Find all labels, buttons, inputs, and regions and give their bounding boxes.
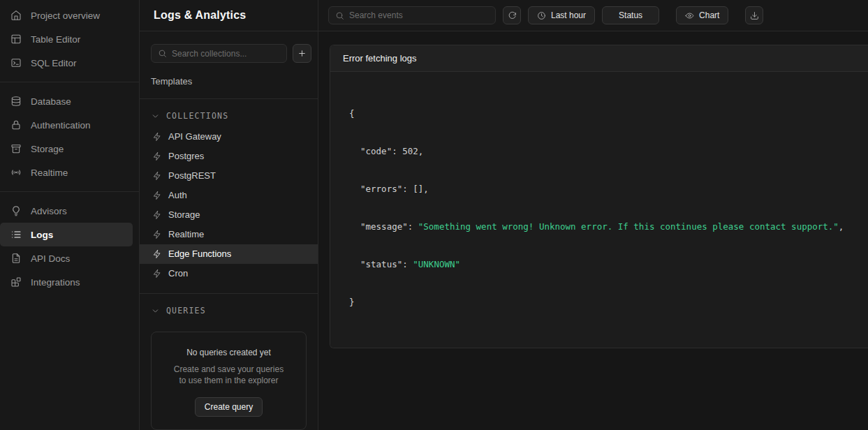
sidebar-item-integrations[interactable]: Integrations [0, 270, 139, 294]
home-icon [10, 10, 22, 21]
logs-panel-header: Logs & Analytics [140, 0, 318, 31]
sidebar-item-label: Storage [31, 144, 64, 154]
terminal-icon [10, 57, 22, 68]
zap-icon [152, 230, 162, 239]
collections-search-row [140, 31, 318, 63]
sidebar-item-label: Project overview [31, 10, 100, 21]
logs-content-area: Error fetching logs { "code": 502, "erro… [318, 31, 868, 430]
chevron-down-icon [151, 306, 160, 316]
page-title: Logs & Analytics [154, 9, 246, 22]
sidebar-item-sql-editor[interactable]: SQL Editor [0, 51, 139, 75]
collection-item-cron[interactable]: Cron [140, 264, 318, 283]
collection-label: PostgREST [168, 170, 216, 181]
sidebar-item-label: Logs [31, 230, 53, 240]
clock-icon [537, 11, 546, 20]
collection-item-postgrest[interactable]: PostgREST [140, 166, 318, 186]
collection-item-auth[interactable]: Auth [140, 186, 318, 205]
time-range-button[interactable]: Last hour [528, 6, 595, 24]
sidebar-item-realtime[interactable]: Realtime [0, 161, 139, 184]
sidebar-item-authentication[interactable]: Authentication [0, 113, 139, 137]
code-line: } [349, 296, 855, 309]
queries-heading: QUERIES [166, 306, 206, 316]
collection-item-realtime[interactable]: Realtime [140, 225, 318, 244]
sidebar-item-project-overview[interactable]: Project overview [0, 3, 139, 27]
collection-label: Postgres [168, 151, 204, 161]
chevron-down-icon [151, 112, 160, 121]
download-button[interactable] [745, 6, 763, 24]
sidebar-item-logs[interactable]: Logs [0, 223, 133, 246]
sidebar-item-database[interactable]: Database [0, 89, 139, 113]
logs-panel: Logs & Analytics Templates COLLECTIONS A… [140, 0, 318, 430]
collections-search-box[interactable] [151, 44, 287, 63]
add-collection-button[interactable] [293, 44, 311, 63]
zap-icon [152, 210, 162, 220]
error-panel: Error fetching logs { "code": 502, "erro… [330, 45, 868, 348]
sidebar-divider [0, 82, 139, 82]
sidebar-item-label: Table Editor [31, 34, 80, 45]
collection-item-storage[interactable]: Storage [140, 205, 318, 225]
templates-item[interactable]: Templates [151, 74, 307, 89]
zap-icon [152, 132, 162, 142]
search-icon [158, 49, 167, 58]
sidebar-item-api-docs[interactable]: API Docs [0, 246, 139, 270]
collections-search-input[interactable] [172, 49, 280, 59]
sidebar-item-label: SQL Editor [31, 58, 77, 68]
code-line: "code": 502, [349, 145, 855, 158]
error-panel-title: Error fetching logs [330, 45, 868, 72]
collection-label: Auth [168, 190, 187, 200]
collection-item-edge-functions[interactable]: Edge Functions [140, 244, 318, 264]
collection-label: Edge Functions [168, 249, 231, 259]
collection-label: Cron [168, 268, 188, 279]
create-query-button[interactable]: Create query [195, 397, 263, 417]
panel-divider [140, 293, 318, 294]
sidebar-item-storage[interactable]: Storage [0, 137, 139, 161]
archive-icon [10, 143, 22, 154]
events-search-box[interactable] [328, 6, 496, 24]
sidebar-item-table-editor[interactable]: Table Editor [0, 27, 139, 51]
events-search-input[interactable] [349, 10, 489, 20]
zap-icon [152, 151, 162, 161]
sidebar-item-label: API Docs [31, 253, 70, 264]
zap-icon [152, 171, 162, 181]
download-icon [750, 11, 759, 20]
refresh-button[interactable] [503, 6, 521, 24]
zap-icon [152, 191, 162, 200]
chart-toggle-button[interactable]: Chart [676, 6, 728, 24]
collection-item-postgres[interactable]: Postgres [140, 147, 318, 166]
table-icon [10, 34, 22, 45]
lock-icon [10, 119, 22, 131]
error-json-block: { "code": 502, "errors": [], "message": … [349, 82, 855, 334]
sidebar-item-label: Integrations [31, 277, 80, 288]
templates-label: Templates [151, 76, 192, 87]
chart-toggle-label: Chart [699, 10, 719, 20]
logs-toolbar: Last hour Status Chart [318, 0, 868, 31]
code-line: { [349, 108, 855, 120]
zap-icon [152, 269, 162, 279]
sidebar-item-label: Realtime [31, 168, 68, 178]
collections-list: API Gateway Postgres PostgREST Auth Stor… [140, 127, 318, 283]
code-line: "status": "UNKNOWN" [349, 258, 855, 271]
panel-divider [140, 98, 318, 99]
sidebar-item-label: Database [31, 96, 71, 107]
database-icon [10, 96, 22, 107]
zap-icon [152, 249, 162, 259]
sidebar-item-label: Advisors [31, 206, 67, 216]
time-range-label: Last hour [551, 10, 586, 20]
eye-icon [685, 11, 694, 20]
file-text-icon [10, 253, 22, 264]
collections-section-toggle[interactable]: COLLECTIONS [140, 108, 318, 124]
app-root: Project overview Table Editor SQL Editor… [0, 0, 868, 430]
collection-item-api-gateway[interactable]: API Gateway [140, 127, 318, 147]
collections-heading: COLLECTIONS [166, 111, 228, 121]
queries-empty-title: No queries created yet [161, 348, 296, 357]
sidebar-divider [0, 191, 139, 192]
code-line: "message": "Something went wrong! Unknow… [349, 221, 855, 233]
queries-empty-state: No queries created yet Create and save y… [151, 332, 307, 430]
sidebar-item-advisors[interactable]: Advisors [0, 199, 139, 223]
status-filter-button[interactable]: Status [602, 6, 659, 24]
queries-section-toggle[interactable]: QUERIES [140, 303, 318, 319]
error-panel-body: { "code": 502, "errors": [], "message": … [330, 72, 868, 348]
code-line: "errors": [], [349, 183, 855, 195]
lightbulb-icon [10, 205, 22, 216]
search-icon [335, 11, 344, 20]
